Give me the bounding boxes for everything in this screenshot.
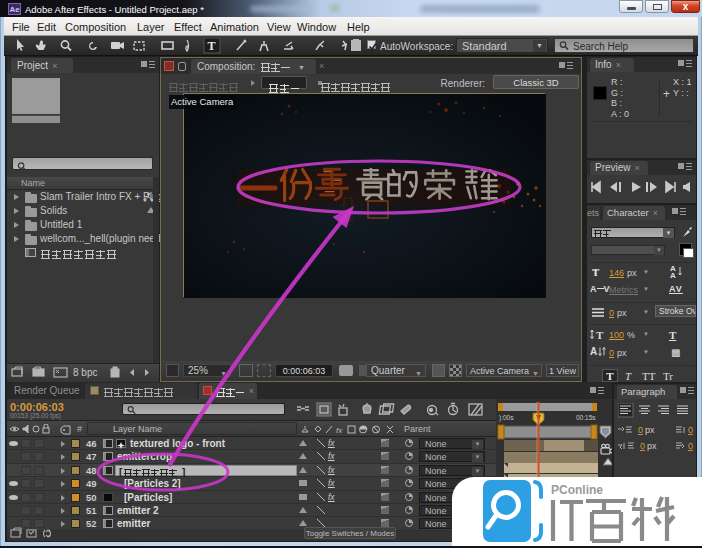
svg-text:T: T [596, 329, 604, 340]
svg-text:px: px [647, 441, 657, 451]
svg-text:px: px [645, 425, 655, 435]
svg-text:8 bpc: 8 bpc [73, 367, 97, 378]
svg-text:00:15s: 00:15s [576, 414, 596, 421]
svg-text:):00s: ):00s [499, 414, 514, 422]
svg-text:T: T [208, 39, 216, 53]
svg-text:A: A [670, 271, 676, 279]
svg-text:A: A [590, 346, 597, 357]
svg-text:fx: fx [336, 426, 343, 435]
svg-text:0: 0 [638, 425, 643, 435]
svg-text:0: 0 [688, 441, 693, 451]
svg-text:0: 0 [688, 425, 693, 435]
svg-text:0: 0 [640, 441, 645, 451]
